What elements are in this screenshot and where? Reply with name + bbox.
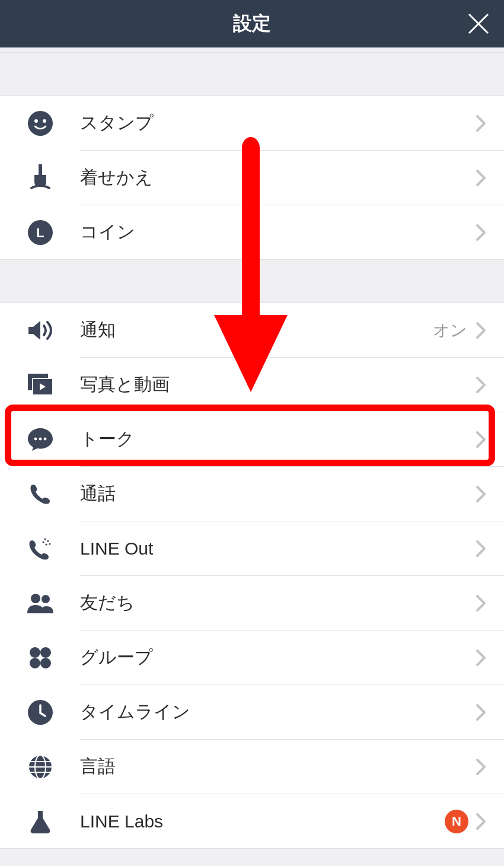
row-label: トーク [80, 427, 476, 451]
svg-point-15 [49, 543, 50, 545]
chat-icon [0, 427, 80, 452]
svg-point-2 [28, 111, 53, 136]
separator [0, 47, 504, 52]
chevron-right-icon [476, 321, 486, 339]
phone-out-icon [0, 536, 80, 562]
svg-point-10 [34, 437, 37, 440]
svg-point-14 [47, 540, 49, 542]
globe-icon [0, 754, 80, 779]
chevron-right-icon [476, 594, 486, 612]
chevron-right-icon [476, 649, 486, 667]
row-label: グループ [80, 645, 476, 670]
chevron-right-icon [476, 758, 486, 776]
svg-point-13 [44, 538, 46, 540]
new-badge: N [445, 810, 468, 833]
row-theme[interactable]: 着せかえ [0, 151, 504, 205]
header-title: 設定 [0, 11, 504, 37]
settings-section-1: スタンプ 着せかえ L コイン [0, 96, 504, 259]
row-label: 友だち [80, 591, 476, 615]
row-label: 言語 [80, 754, 476, 779]
close-icon [467, 12, 490, 35]
brush-icon [0, 163, 80, 193]
row-label: 通話 [80, 482, 476, 506]
row-line-out[interactable]: LINE Out [0, 521, 504, 575]
media-icon [0, 372, 80, 397]
row-friends[interactable]: 友だち [0, 576, 504, 630]
chevron-right-icon [476, 114, 486, 132]
row-label: タイムライン [80, 700, 476, 724]
row-group[interactable]: グループ [0, 631, 504, 684]
speaker-icon [0, 319, 80, 342]
close-button[interactable] [466, 11, 491, 36]
row-coin[interactable]: L コイン [0, 205, 504, 259]
svg-point-19 [42, 595, 50, 603]
svg-point-21 [40, 647, 51, 658]
flask-icon [0, 808, 80, 835]
row-talk[interactable]: トーク [0, 412, 504, 466]
svg-rect-5 [39, 164, 42, 175]
row-call[interactable]: 通話 [0, 467, 504, 521]
svg-point-4 [43, 119, 46, 123]
svg-point-16 [42, 541, 44, 543]
chevron-right-icon [476, 703, 486, 721]
separator [0, 52, 504, 96]
group-dots-icon [0, 645, 80, 670]
svg-point-23 [40, 658, 51, 668]
friends-icon [0, 592, 80, 615]
svg-point-20 [30, 647, 40, 658]
chevron-right-icon [476, 224, 486, 241]
smile-icon [0, 111, 80, 136]
row-notification[interactable]: 通知 オン [0, 303, 504, 357]
svg-point-12 [43, 437, 46, 440]
row-label: 着せかえ [80, 165, 476, 190]
row-label: 通知 [80, 318, 433, 342]
svg-point-22 [30, 658, 40, 668]
svg-point-3 [34, 119, 38, 123]
row-label: LINE Out [80, 539, 476, 559]
clock-icon [0, 700, 80, 725]
svg-text:L: L [36, 225, 44, 240]
svg-point-17 [45, 543, 47, 545]
row-language[interactable]: 言語 [0, 740, 504, 794]
settings-section-2: 通知 オン 写真と動画 トーク [0, 303, 504, 848]
separator [0, 259, 504, 303]
row-label: スタンプ [80, 111, 476, 135]
chevron-right-icon [476, 169, 486, 187]
svg-point-18 [31, 594, 40, 603]
separator [0, 848, 504, 866]
chevron-right-icon [476, 485, 486, 503]
row-photos-videos[interactable]: 写真と動画 [0, 358, 504, 412]
row-line-labs[interactable]: LINE Labs N [0, 794, 504, 848]
chevron-right-icon [476, 431, 486, 448]
phone-icon [0, 482, 80, 506]
svg-point-11 [39, 437, 42, 440]
coin-l-icon: L [0, 220, 80, 245]
row-label: 写真と動画 [80, 372, 476, 397]
row-label: コイン [80, 220, 476, 244]
chevron-right-icon [476, 813, 486, 830]
chevron-right-icon [476, 540, 486, 558]
row-label: LINE Labs [80, 811, 445, 832]
header: 設定 [0, 0, 504, 47]
chevron-right-icon [476, 376, 486, 394]
row-value: オン [433, 319, 467, 342]
row-stamp[interactable]: スタンプ [0, 96, 504, 150]
row-timeline[interactable]: タイムライン [0, 685, 504, 739]
